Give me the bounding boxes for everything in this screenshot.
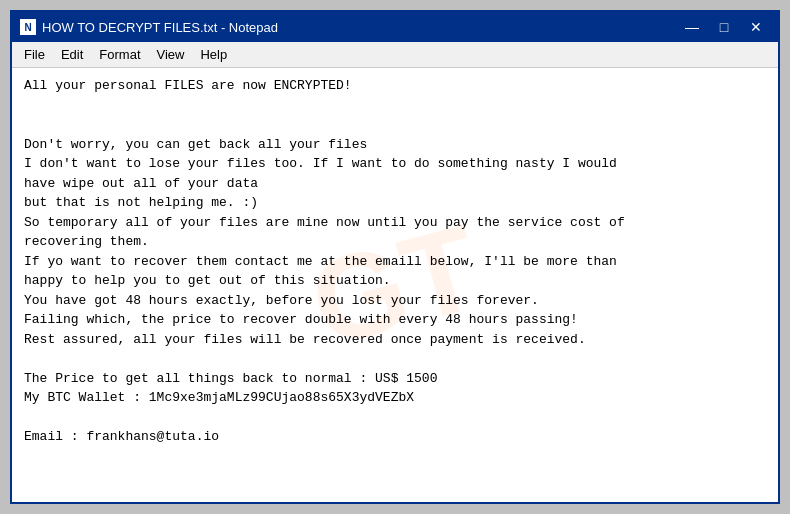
text-area[interactable]: GT All your personal FILES are now ENCRY… bbox=[12, 68, 778, 502]
menu-bar: File Edit Format View Help bbox=[12, 42, 778, 68]
title-bar: N HOW TO DECRYPT FILES.txt - Notepad — □… bbox=[12, 12, 778, 42]
notepad-content: All your personal FILES are now ENCRYPTE… bbox=[24, 76, 766, 447]
menu-format[interactable]: Format bbox=[91, 44, 148, 65]
menu-view[interactable]: View bbox=[149, 44, 193, 65]
menu-help[interactable]: Help bbox=[192, 44, 235, 65]
menu-edit[interactable]: Edit bbox=[53, 44, 91, 65]
close-button[interactable]: ✕ bbox=[742, 16, 770, 38]
title-controls: — □ ✕ bbox=[678, 16, 770, 38]
notepad-window: N HOW TO DECRYPT FILES.txt - Notepad — □… bbox=[10, 10, 780, 504]
minimize-button[interactable]: — bbox=[678, 16, 706, 38]
app-icon: N bbox=[20, 19, 36, 35]
maximize-button[interactable]: □ bbox=[710, 16, 738, 38]
title-bar-left: N HOW TO DECRYPT FILES.txt - Notepad bbox=[20, 19, 278, 35]
menu-file[interactable]: File bbox=[16, 44, 53, 65]
window-title: HOW TO DECRYPT FILES.txt - Notepad bbox=[42, 20, 278, 35]
